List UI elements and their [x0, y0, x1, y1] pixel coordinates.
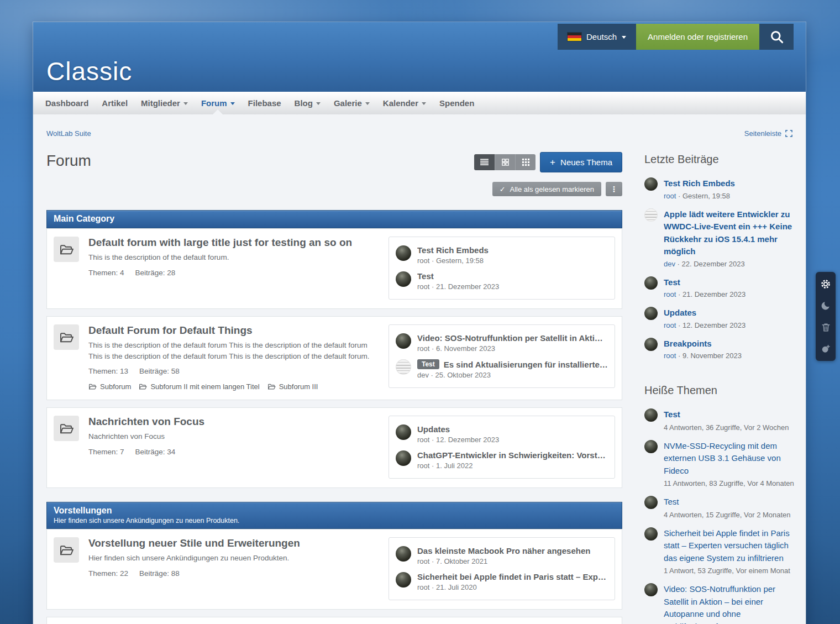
topic-author[interactable]: root — [417, 462, 429, 470]
new-topic-button[interactable]: + Neues Thema — [540, 152, 622, 172]
sidebar-toggle[interactable]: Seitenleiste — [744, 129, 792, 138]
topic-title-link[interactable]: Updates — [664, 307, 746, 319]
avatar[interactable] — [396, 450, 411, 466]
topic-title-link[interactable]: NVMe-SSD-Recycling mit dem externen USB … — [664, 440, 795, 478]
breadcrumb-link[interactable]: WoltLab Suite — [46, 129, 91, 138]
folder-icon[interactable] — [54, 324, 79, 350]
nav-item-spenden[interactable]: Spenden — [433, 92, 481, 114]
avatar[interactable] — [396, 271, 411, 287]
site-logo[interactable]: Classic — [46, 56, 132, 86]
avatar[interactable] — [644, 276, 658, 290]
login-register-button[interactable]: Anmelden oder registrieren — [636, 24, 759, 50]
nav-item-galerie[interactable]: Galerie — [327, 92, 376, 114]
avatar[interactable] — [396, 572, 411, 588]
category-header[interactable]: Main Category — [46, 210, 622, 228]
gear-icon — [820, 278, 832, 290]
avatar[interactable] — [644, 496, 658, 509]
subforum-link[interactable]: Subforum — [88, 382, 131, 391]
avatar[interactable] — [644, 527, 658, 541]
folder-icon[interactable] — [54, 537, 79, 563]
avatar[interactable] — [644, 440, 658, 453]
folder-icon[interactable] — [54, 237, 79, 262]
nav-item-artikel[interactable]: Artikel — [95, 92, 134, 114]
subforum-label: Subforum — [100, 382, 131, 391]
topic-title-link[interactable]: ChatGPT-Entwickler in Schwierigkeiten: V… — [417, 450, 608, 460]
topic-date: 1. Juli 2022 — [429, 462, 473, 470]
category-header[interactable]: Vorstellungen Hier finden sich unsere An… — [46, 502, 622, 529]
topic-author[interactable]: root — [417, 557, 429, 565]
add-circle-button[interactable] — [818, 342, 833, 356]
folder-icon[interactable] — [54, 416, 79, 441]
topic-author[interactable]: root — [417, 256, 429, 265]
topic-title-link[interactable]: Test Rich Embeds — [664, 177, 735, 190]
forum-title-link[interactable]: Default Forum for Default Things — [88, 324, 376, 337]
topic-title-link[interactable]: Apple lädt weitere Entwickler zu WWDC-Li… — [664, 208, 795, 258]
author-link[interactable]: dev — [664, 260, 675, 268]
author-link[interactable]: root — [664, 321, 676, 329]
subforum-label: Subforum II mit einem langen Titel — [150, 382, 259, 391]
nav-item-forum[interactable]: Forum — [195, 92, 242, 114]
topic-title-link[interactable]: Video: SOS-Notruffunktion per Satellit i… — [417, 333, 608, 343]
avatar[interactable] — [396, 424, 411, 440]
avatar[interactable] — [644, 408, 658, 422]
latest-topic: ChatGPT-Entwickler in Schwierigkeiten: V… — [396, 447, 608, 473]
avatar[interactable] — [644, 208, 658, 222]
posts-count: Beiträge: 34 — [135, 448, 176, 456]
nav-item-blog[interactable]: Blog — [288, 92, 327, 114]
trash-button[interactable] — [818, 320, 833, 334]
dark-mode-button[interactable] — [818, 298, 833, 313]
author-link[interactable]: root — [664, 192, 676, 200]
view-grid-button[interactable] — [495, 154, 515, 170]
nav-item-filebase[interactable]: Filebase — [242, 92, 288, 114]
more-options-button[interactable]: ⋮ — [606, 182, 622, 196]
author-link[interactable]: root — [664, 352, 676, 360]
view-list-button[interactable] — [474, 154, 495, 170]
settings-button[interactable] — [818, 277, 833, 291]
avatar[interactable] — [644, 338, 658, 351]
avatar[interactable] — [396, 245, 411, 261]
topic-title-link[interactable]: Test — [664, 496, 791, 508]
topic-title-link[interactable]: Test — [664, 408, 789, 421]
avatar[interactable] — [396, 546, 411, 562]
avatar[interactable] — [644, 307, 658, 320]
view-toggle-group — [474, 154, 536, 170]
topic-title-link[interactable]: Test — [417, 271, 434, 281]
topic-title-link[interactable]: Video: SOS-Notruffunktion per Satellit i… — [664, 583, 795, 624]
search-button[interactable] — [759, 24, 794, 50]
topic-title-link[interactable]: Test Rich Embeds — [417, 245, 489, 255]
category-title[interactable]: Vorstellungen — [54, 506, 615, 516]
forum-title-link[interactable]: Default forum with large title just for … — [88, 237, 376, 249]
view-compact-grid-button[interactable] — [515, 154, 536, 170]
subforum-link[interactable]: Subforum III — [267, 382, 318, 391]
topic-author[interactable]: dev — [417, 371, 429, 379]
topic-title-link[interactable]: Das kleinste Macbook Pro näher angesehen — [417, 546, 590, 555]
language-selector[interactable]: Deutsch — [558, 24, 636, 50]
forum-title-link[interactable]: Nachrichten von Focus — [88, 416, 376, 428]
author-link[interactable]: root — [664, 290, 676, 298]
topic-title-link[interactable]: Sicherheit bei Apple findet in Paris sta… — [417, 572, 608, 581]
avatar[interactable] — [644, 583, 658, 596]
topic-title-link[interactable]: Es sind Aktualisierungen für installiert… — [444, 360, 608, 369]
avatar[interactable] — [396, 333, 411, 349]
topic-title-link[interactable]: Test — [664, 276, 746, 289]
nav-item-kalender[interactable]: Kalender — [376, 92, 433, 114]
nav-item-dashboard[interactable]: Dashboard — [39, 92, 95, 114]
view-actions: + Neues Thema — [474, 152, 622, 172]
topic-author[interactable]: root — [417, 583, 429, 591]
topic-author[interactable]: root — [417, 436, 429, 444]
chevron-down-icon — [365, 102, 370, 107]
nav-item-mitglieder[interactable]: Mitglieder — [134, 92, 195, 114]
topic-title-link[interactable]: Sicherheit bei Apple findet in Paris sta… — [664, 527, 795, 565]
topic-title-link[interactable]: Updates — [417, 424, 450, 434]
topic-author[interactable]: root — [417, 344, 429, 353]
avatar[interactable] — [644, 177, 658, 191]
trash-icon — [821, 322, 831, 333]
mark-all-read-button[interactable]: ✓ Alle als gelesen markieren — [492, 182, 601, 196]
forum-title-link[interactable]: Vorstellung neuer Stile und Erweiterunge… — [88, 537, 376, 549]
topic-date: 12. Dezember 2023 — [676, 321, 746, 329]
category-title[interactable]: Main Category — [54, 214, 615, 224]
subforum-link[interactable]: Subforum II mit einem langen Titel — [139, 382, 259, 391]
avatar[interactable] — [396, 359, 411, 375]
topic-author[interactable]: root — [417, 282, 429, 291]
topic-title-link[interactable]: Breakpoints — [664, 338, 742, 350]
